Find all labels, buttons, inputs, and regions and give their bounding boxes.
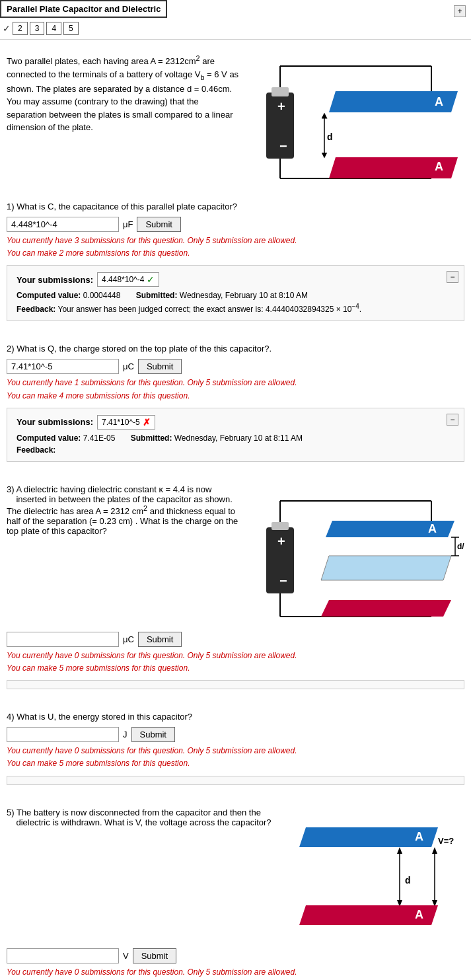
q5-submit-button[interactable]: Submit: [133, 948, 176, 963]
question-4-block: 4) What is U, the energy stored in this …: [7, 712, 464, 784]
q4-collapsed-panel: +: [7, 776, 464, 785]
page-title: Parallel Plate Capacitor and Dielectric: [0, 0, 167, 18]
svg-text:A: A: [435, 95, 443, 108]
intro-paragraph: Two parallel plates, each having area A …: [7, 56, 238, 132]
question-1-block: 1) What is C, the capacitance of this pa…: [7, 202, 464, 321]
question-3-block: 3) A dielectric having dielectric consta…: [7, 484, 464, 689]
q2-submitted-text: 7.41*10^-5: [102, 418, 140, 427]
question-2-block: 2) What is Q, the charge stored on the t…: [7, 344, 464, 461]
svg-text:A: A: [435, 160, 443, 173]
q3-submit-button[interactable]: Submit: [138, 632, 182, 647]
q4-answer-row: J Submit: [7, 727, 464, 742]
q3-label: 3) A dielectric having dielectric consta…: [7, 484, 240, 536]
q5-label-line2: dielectric is withdrawn. What is V, the …: [7, 817, 272, 827]
q5-unit: V: [123, 951, 129, 961]
svg-text:d: d: [327, 132, 333, 142]
q3-info-line2: You can make 5 more submissions for this…: [7, 662, 464, 675]
q5-intro: 5) The battery is now disconnected from …: [7, 808, 464, 948]
svg-text:−: −: [279, 139, 287, 153]
q3-text: 3) A dielectric having dielectric consta…: [7, 484, 240, 632]
q4-submission-info: You currently have 0 submissions for thi…: [7, 745, 464, 770]
q1-submitted-date: Wednesday, February 10 at 8:10 AM: [180, 291, 308, 300]
q3-label-line2: inserted in between the plates of the ca…: [7, 494, 238, 536]
svg-rect-17: [272, 522, 289, 530]
svg-text:+: +: [277, 99, 285, 114]
q5-panel-toggle[interactable]: +: [454, 5, 466, 17]
q2-label: 2) What is Q, the charge stored on the t…: [7, 344, 464, 354]
q1-computed-value: 0.0004448: [83, 291, 121, 300]
q1-computed-label: Computed value:: [17, 291, 81, 300]
q1-submissions-label: Your submissions:: [17, 275, 93, 285]
svg-text:d/2: d/2: [457, 542, 464, 551]
svg-text:A: A: [415, 908, 423, 921]
q3-intro: 3) A dielectric having dielectric consta…: [7, 484, 464, 632]
q3-input[interactable]: [7, 632, 119, 647]
title-bar: Parallel Plate Capacitor and Dielectric: [0, 0, 471, 18]
q1-input[interactable]: [7, 217, 119, 232]
svg-text:d: d: [405, 875, 411, 886]
q3-submission-info: You currently have 0 submissions for thi…: [7, 650, 464, 675]
svg-marker-28: [321, 556, 451, 580]
q2-info-line1: You currently have 1 submissions for thi…: [7, 377, 464, 389]
svg-text:−: −: [279, 574, 287, 588]
nav-tab-3[interactable]: 3: [30, 22, 45, 35]
q2-submissions-label: Your submissions:: [17, 417, 93, 427]
q3-svg: + − A: [246, 484, 464, 630]
q2-input[interactable]: [7, 359, 119, 374]
nav-tab-2[interactable]: 2: [13, 22, 28, 35]
q1-info-line2: You can make 2 more submissions for this…: [7, 247, 464, 260]
diagram-q5: A V=? d A: [293, 808, 464, 948]
q1-submitted-label: Submitted:: [136, 291, 178, 300]
q1-correct-icon: ✓: [147, 274, 155, 285]
q1-unit: μF: [123, 219, 133, 229]
q5-text: 5) The battery is now disconnected from …: [7, 808, 286, 948]
q1-detail-row: Computed value: 0.0004448 Submitted: Wed…: [17, 291, 454, 300]
q2-feedback-row: Feedback:: [17, 445, 454, 455]
q2-panel-toggle[interactable]: −: [447, 414, 458, 426]
svg-rect-1: [272, 87, 289, 96]
q1-submitted-value: 4.448*10^-4 ✓: [97, 272, 159, 287]
q2-submitted-label: Submitted:: [131, 433, 172, 443]
q1-feedback-label: Feedback:: [17, 305, 55, 314]
question-5-block: 5) The battery is now disconnected from …: [7, 808, 464, 981]
q1-submit-button[interactable]: Submit: [137, 217, 180, 232]
q4-info-line1: You currently have 0 submissions for thi…: [7, 745, 464, 757]
svg-marker-33: [321, 600, 451, 617]
q2-submission-panel: − Your submissions: 7.41*10^-5 ✗ Compute…: [7, 408, 464, 462]
q4-label: 4) What is U, the energy stored in this …: [7, 712, 464, 722]
q2-incorrect-icon: ✗: [143, 417, 151, 428]
q3-unit: μC: [123, 634, 134, 644]
q1-submission-row: Your submissions: 4.448*10^-4 ✓: [17, 272, 454, 287]
q2-unit: μC: [123, 361, 134, 371]
q4-info-line2: You can make 5 more submissions for this…: [7, 757, 464, 770]
intro-text: Two parallel plates, each having area A …: [7, 53, 240, 194]
diagram-q1: + − A d A: [246, 53, 464, 194]
q2-submission-row: Your submissions: 7.41*10^-5 ✗: [17, 415, 454, 430]
q2-answer-row: μC Submit: [7, 359, 464, 374]
q2-computed-label: Computed value:: [17, 433, 81, 443]
q5-input[interactable]: [7, 948, 119, 963]
q2-submitted-date: Wednesday, February 10 at 8:11 AM: [174, 433, 303, 443]
q4-input[interactable]: [7, 727, 119, 742]
q1-label: 1) What is C, the capacitance of this pa…: [7, 202, 464, 211]
svg-text:+: +: [277, 534, 285, 548]
svg-marker-42: [397, 847, 402, 854]
q2-submit-button[interactable]: Submit: [138, 359, 182, 374]
nav-tab-5[interactable]: 5: [63, 22, 79, 35]
q4-submit-button[interactable]: Submit: [131, 727, 175, 742]
q5-label: 5) The battery is now disconnected from …: [7, 808, 286, 827]
q1-submission-info: You currently have 3 submissions for thi…: [7, 235, 464, 260]
q1-panel-toggle[interactable]: −: [447, 271, 458, 283]
q5-answer-row: V Submit: [7, 948, 464, 963]
svg-marker-38: [432, 847, 437, 854]
q3-answer-row: μC Submit: [7, 632, 464, 647]
q1-submitted-text: 4.448*10^-4: [102, 275, 144, 284]
q2-feedback-label: Feedback:: [17, 445, 55, 455]
nav-tab-4[interactable]: 4: [46, 22, 61, 35]
q4-unit: J: [123, 730, 127, 739]
q1-submission-panel: − Your submissions: 4.448*10^-4 ✓ Comput…: [7, 265, 464, 321]
q2-info-line2: You can make 4 more submissions for this…: [7, 390, 464, 402]
q3-info-line1: You currently have 0 submissions for thi…: [7, 650, 464, 662]
q1-feedback-text: Your answer has been judged correct; the…: [57, 305, 361, 314]
nav-tabs: ✓ 2 3 4 5: [0, 18, 471, 40]
